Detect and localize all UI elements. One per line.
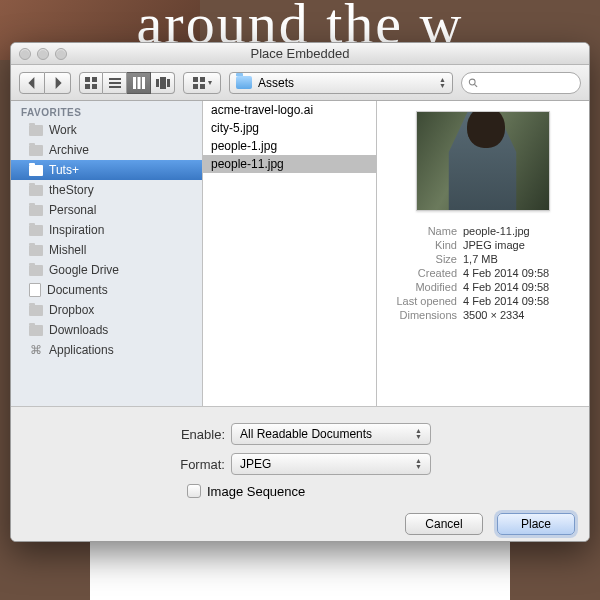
image-sequence-checkbox[interactable] (187, 484, 201, 498)
image-sequence-label: Image Sequence (207, 484, 305, 499)
svg-rect-1 (92, 77, 97, 82)
meta-value: 1,7 MB (463, 253, 581, 265)
svg-rect-13 (193, 77, 198, 82)
folder-icon (29, 305, 43, 316)
svg-rect-9 (142, 77, 145, 89)
file-row[interactable]: city-5.jpg (203, 119, 376, 137)
format-dropdown[interactable]: JPEG ▲▼ (231, 453, 431, 475)
meta-value: people-11.jpg (463, 225, 581, 237)
meta-key: Name (385, 225, 457, 237)
folder-icon (29, 325, 43, 336)
sidebar-item-label: Inspiration (49, 223, 104, 237)
format-value: JPEG (240, 457, 271, 471)
back-button[interactable] (19, 72, 45, 94)
meta-value: JPEG image (463, 239, 581, 251)
view-mode-group (79, 72, 175, 94)
applications-icon: ⌘ (29, 343, 43, 357)
sidebar-item-label: Google Drive (49, 263, 119, 277)
svg-rect-5 (109, 82, 121, 84)
zoom-window-button[interactable] (55, 48, 67, 60)
svg-rect-4 (109, 78, 121, 80)
svg-rect-0 (85, 77, 90, 82)
titlebar: Place Embedded (11, 43, 589, 65)
sidebar-item-label: theStory (49, 183, 94, 197)
sidebar-item-label: Personal (49, 203, 96, 217)
svg-rect-14 (200, 77, 205, 82)
sidebar-item-thestory[interactable]: theStory (11, 180, 202, 200)
icon-view-button[interactable] (79, 72, 103, 94)
column-view-button[interactable] (127, 72, 151, 94)
meta-key: Created (385, 267, 457, 279)
updown-icon: ▲▼ (439, 77, 446, 89)
arrange-by-button[interactable]: ▾ (183, 72, 221, 94)
path-selector[interactable]: Assets ▲▼ (229, 72, 453, 94)
file-row[interactable]: acme-travel-logo.ai (203, 101, 376, 119)
sidebar-item-applications[interactable]: ⌘Applications (11, 340, 202, 360)
meta-value: 4 Feb 2014 09:58 (463, 295, 581, 307)
sidebar-item-label: Applications (49, 343, 114, 357)
meta-value: 4 Feb 2014 09:58 (463, 281, 581, 293)
sidebar-item-label: Archive (49, 143, 89, 157)
document-icon (29, 283, 41, 297)
place-button[interactable]: Place (497, 513, 575, 535)
svg-line-18 (474, 84, 477, 87)
updown-icon: ▲▼ (415, 458, 422, 470)
forward-button[interactable] (45, 72, 71, 94)
sidebar-item-label: Dropbox (49, 303, 94, 317)
meta-key: Dimensions (385, 309, 457, 321)
folder-icon (29, 125, 43, 136)
meta-key: Last opened (385, 295, 457, 307)
search-icon (468, 77, 478, 89)
sidebar-item-tuts-[interactable]: Tuts+ (11, 160, 202, 180)
sidebar-item-google-drive[interactable]: Google Drive (11, 260, 202, 280)
svg-rect-15 (193, 84, 198, 89)
sidebar-item-archive[interactable]: Archive (11, 140, 202, 160)
file-name: acme-travel-logo.ai (211, 103, 313, 117)
file-name: people-1.jpg (211, 139, 277, 153)
search-field[interactable] (461, 72, 581, 94)
sidebar-item-dropbox[interactable]: Dropbox (11, 300, 202, 320)
enable-label: Enable: (11, 427, 231, 442)
meta-value: 4 Feb 2014 09:58 (463, 267, 581, 279)
dialog-title: Place Embedded (11, 46, 589, 61)
enable-dropdown[interactable]: All Readable Documents ▲▼ (231, 423, 431, 445)
list-view-button[interactable] (103, 72, 127, 94)
file-name: city-5.jpg (211, 121, 259, 135)
cancel-button[interactable]: Cancel (405, 513, 483, 535)
file-name: people-11.jpg (211, 157, 284, 171)
sidebar-item-downloads[interactable]: Downloads (11, 320, 202, 340)
sidebar-item-label: Documents (47, 283, 108, 297)
file-list-column: acme-travel-logo.aicity-5.jpgpeople-1.jp… (203, 101, 377, 406)
format-label: Format: (11, 457, 231, 472)
coverflow-view-button[interactable] (151, 72, 175, 94)
svg-rect-16 (200, 84, 205, 89)
minimize-window-button[interactable] (37, 48, 49, 60)
folder-icon (236, 76, 252, 89)
svg-rect-6 (109, 86, 121, 88)
enable-value: All Readable Documents (240, 427, 372, 441)
sidebar-item-inspiration[interactable]: Inspiration (11, 220, 202, 240)
sidebar-header: FAVORITES (11, 101, 202, 120)
folder-icon (29, 185, 43, 196)
place-embedded-dialog: Place Embedded (10, 42, 590, 542)
file-row[interactable]: people-1.jpg (203, 137, 376, 155)
meta-key: Size (385, 253, 457, 265)
updown-icon: ▲▼ (415, 428, 422, 440)
sidebar-item-documents[interactable]: Documents (11, 280, 202, 300)
folder-icon (29, 265, 43, 276)
svg-rect-10 (156, 79, 159, 87)
folder-icon (29, 145, 43, 156)
sidebar-item-work[interactable]: Work (11, 120, 202, 140)
arrange-by-group: ▾ (183, 72, 221, 94)
sidebar-item-label: Tuts+ (49, 163, 79, 177)
file-row[interactable]: people-11.jpg (203, 155, 376, 173)
close-window-button[interactable] (19, 48, 31, 60)
sidebar-item-personal[interactable]: Personal (11, 200, 202, 220)
meta-value: 3500 × 2334 (463, 309, 581, 321)
folder-icon (29, 205, 43, 216)
search-input[interactable] (482, 77, 574, 89)
sidebar: FAVORITES WorkArchiveTuts+theStoryPerson… (11, 101, 203, 406)
svg-rect-12 (167, 79, 170, 87)
options-form: Enable: All Readable Documents ▲▼ Format… (11, 406, 589, 541)
sidebar-item-mishell[interactable]: Mishell (11, 240, 202, 260)
